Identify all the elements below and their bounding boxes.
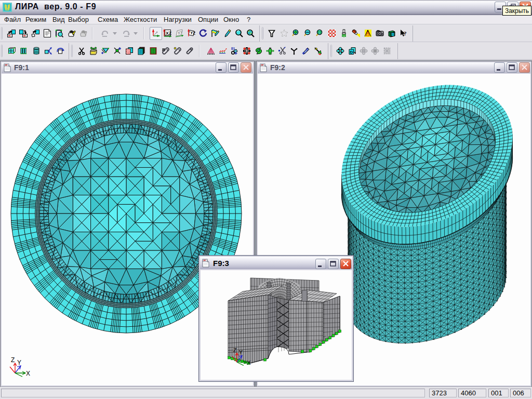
- svg-text:Y: Y: [17, 359, 21, 366]
- svg-text:?: ?: [404, 30, 407, 36]
- svg-text:Z: Z: [233, 347, 237, 353]
- svg-text:D: D: [350, 50, 353, 55]
- svg-text:T: T: [306, 48, 309, 51]
- svg-text:Y: Y: [239, 349, 243, 355]
- svg-text:Z: Z: [11, 356, 15, 364]
- svg-text:XZ: XZ: [166, 31, 171, 36]
- svg-text:X: X: [247, 360, 251, 366]
- svg-text:XY: XY: [177, 30, 183, 35]
- svg-text:YZ: YZ: [190, 31, 195, 36]
- svg-text:X: X: [26, 370, 30, 377]
